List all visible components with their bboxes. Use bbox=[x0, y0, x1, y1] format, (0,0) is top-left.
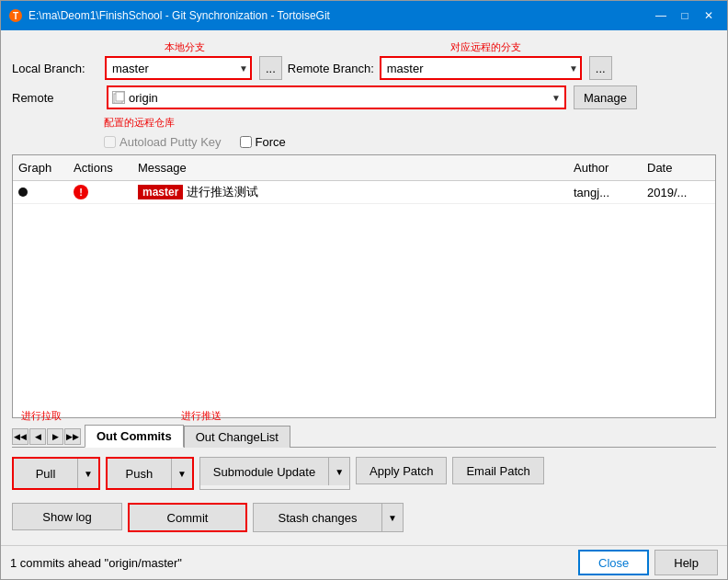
table-body: ! master 进行推送测试 tangj... 2019/... bbox=[13, 181, 715, 417]
remote-config-annotation-row: 配置的远程仓库 bbox=[12, 115, 716, 130]
submodule-split-button: Submodule Update ▼ bbox=[199, 457, 350, 490]
minimize-button[interactable]: — bbox=[650, 6, 672, 25]
remote-branch-select-wrapper: master ▼ bbox=[380, 56, 582, 80]
help-button[interactable]: Help bbox=[654, 550, 718, 575]
stash-button[interactable]: Stash changes bbox=[254, 504, 382, 531]
title-bar: T E:\ma\Deom1\FinishSchool - Git Synchro… bbox=[1, 1, 727, 30]
cell-actions: ! bbox=[68, 181, 132, 203]
col-message: Message bbox=[132, 159, 568, 176]
close-window-button[interactable]: ✕ bbox=[698, 6, 720, 25]
force-checkbox[interactable] bbox=[240, 136, 252, 148]
action-buttons-row2: Show log Commit Stash changes ▼ bbox=[12, 499, 716, 536]
action-buttons-row1: Pull ▼ Push ▼ Submodule Update ▼ Apply P… bbox=[12, 453, 716, 494]
remote-dropdown-arrow-icon: ▼ bbox=[552, 93, 561, 103]
tab-out-commits[interactable]: Out Commits bbox=[85, 425, 184, 448]
nav-first-button[interactable]: ◀◀ bbox=[12, 428, 28, 445]
remote-file-icon bbox=[112, 91, 125, 104]
local-branch-select-wrapper: master ▼ bbox=[105, 56, 252, 80]
main-window: T E:\ma\Deom1\FinishSchool - Git Synchro… bbox=[0, 0, 728, 580]
nav-next-button[interactable]: ▶ bbox=[47, 428, 63, 445]
status-text: 1 commits ahead "origin/master" bbox=[10, 556, 182, 570]
submodule-dropdown-button[interactable]: ▼ bbox=[329, 458, 349, 485]
push-annotation: 进行推送 bbox=[181, 409, 222, 423]
title-bar-left: T E:\ma\Deom1\FinishSchool - Git Synchro… bbox=[8, 8, 330, 23]
email-patch-button[interactable]: Email Patch bbox=[452, 457, 543, 484]
cell-graph bbox=[13, 181, 68, 203]
table-header: Graph Actions Message Author Date bbox=[13, 155, 715, 181]
tab-out-changelist[interactable]: Out ChangeList bbox=[184, 426, 290, 448]
tabs-container: 进行拉取 进行推送 ◀◀ ◀ ▶ ▶▶ Out Commits Out Chan… bbox=[12, 424, 716, 448]
title-bar-controls: — □ ✕ bbox=[650, 6, 720, 25]
commit-table: Graph Actions Message Author Date ! mast… bbox=[12, 154, 716, 418]
close-button[interactable]: Close bbox=[578, 550, 649, 575]
remote-label: Remote bbox=[12, 91, 99, 105]
col-author: Author bbox=[568, 159, 642, 176]
remote-config-annotation: 配置的远程仓库 bbox=[104, 117, 175, 128]
status-bar: 1 commits ahead "origin/master" Close He… bbox=[1, 545, 727, 579]
pull-dropdown-button[interactable]: ▼ bbox=[78, 459, 98, 488]
autoload-putty-checkbox[interactable] bbox=[104, 136, 116, 148]
local-branch-dots-button[interactable]: ... bbox=[259, 56, 282, 80]
push-button[interactable]: Push bbox=[108, 459, 172, 488]
submodule-button[interactable]: Submodule Update bbox=[200, 458, 329, 485]
push-split-button: Push ▼ bbox=[106, 457, 194, 490]
graph-dot-icon bbox=[18, 188, 28, 197]
remote-branch-label: Remote Branch: bbox=[288, 62, 374, 75]
stash-split-button: Stash changes ▼ bbox=[253, 503, 404, 532]
remote-select-box[interactable]: origin ▼ bbox=[107, 85, 566, 109]
col-date: Date bbox=[642, 159, 715, 176]
table-row[interactable]: ! master 进行推送测试 tangj... 2019/... bbox=[13, 181, 715, 204]
main-content: 本地分支 对应远程的分支 Local Branch: master ▼ ... … bbox=[1, 30, 727, 545]
stash-dropdown-button[interactable]: ▼ bbox=[382, 504, 403, 531]
nav-last-button[interactable]: ▶▶ bbox=[64, 428, 81, 445]
branch-badge: master bbox=[138, 185, 183, 199]
remote-branch-select[interactable]: master bbox=[380, 56, 582, 80]
nav-prev-button[interactable]: ◀ bbox=[29, 428, 46, 445]
error-icon: ! bbox=[74, 185, 88, 199]
local-branch-label: Local Branch: bbox=[12, 62, 99, 75]
status-buttons: Close Help bbox=[578, 550, 718, 575]
tab-annotations: 进行拉取 进行推送 bbox=[12, 409, 716, 423]
app-icon: T bbox=[8, 8, 23, 23]
show-log-button[interactable]: Show log bbox=[12, 503, 122, 530]
pull-split-button: Pull ▼ bbox=[12, 457, 100, 490]
cell-date: 2019/... bbox=[642, 181, 715, 203]
cell-message: master 进行推送测试 bbox=[132, 181, 568, 203]
col-actions: Actions bbox=[68, 159, 132, 176]
message-text: 进行推送测试 bbox=[187, 184, 258, 200]
push-dropdown-button[interactable]: ▼ bbox=[172, 459, 192, 488]
pull-annotation: 进行拉取 bbox=[21, 409, 62, 423]
remote-branch-dots-button[interactable]: ... bbox=[589, 56, 612, 80]
nav-arrows: ◀◀ ◀ ▶ ▶▶ bbox=[12, 428, 81, 447]
commit-button[interactable]: Commit bbox=[128, 503, 247, 532]
remote-value-text: origin bbox=[129, 91, 548, 105]
options-row: Autoload Putty Key Force bbox=[104, 135, 716, 149]
local-branch-select[interactable]: master bbox=[105, 56, 252, 80]
autoload-putty-label[interactable]: Autoload Putty Key bbox=[104, 135, 222, 149]
col-graph: Graph bbox=[13, 159, 68, 176]
cell-author: tangj... bbox=[568, 181, 642, 203]
local-branch-annotation: 本地分支 bbox=[165, 41, 205, 52]
title-bar-text: E:\ma\Deom1\FinishSchool - Git Synchroni… bbox=[28, 9, 330, 22]
pull-button[interactable]: Pull bbox=[14, 459, 78, 488]
svg-rect-3 bbox=[116, 92, 124, 101]
apply-patch-button[interactable]: Apply Patch bbox=[356, 457, 447, 484]
svg-text:T: T bbox=[13, 11, 18, 21]
tabs-row: ◀◀ ◀ ▶ ▶▶ Out Commits Out ChangeList bbox=[12, 424, 716, 448]
maximize-button[interactable]: □ bbox=[674, 6, 696, 25]
force-label[interactable]: Force bbox=[240, 135, 286, 149]
manage-button[interactable]: Manage bbox=[574, 85, 637, 109]
remote-branch-annotation: 对应远程的分支 bbox=[450, 41, 521, 52]
